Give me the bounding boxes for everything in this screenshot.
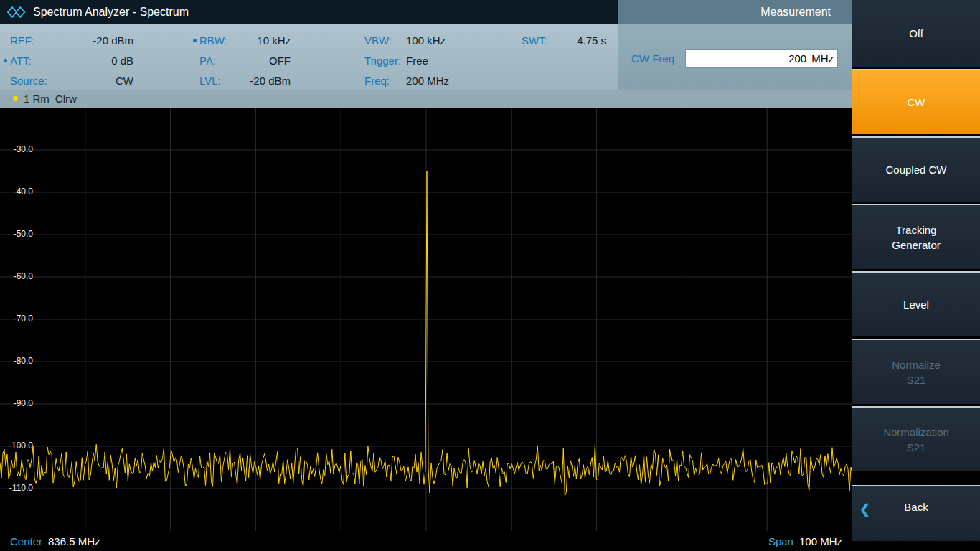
y-axis-tick-label: -40.0: [0, 187, 33, 197]
att-value: 0 dB: [111, 55, 133, 67]
softkey-back[interactable]: ❮ Back: [852, 485, 980, 541]
y-axis-tick-label: -80.0: [0, 356, 33, 366]
trace-canvas: [0, 108, 852, 531]
freq-row: Freq: 200 MHz: [364, 70, 479, 90]
y-axis-tick-label: -70.0: [0, 314, 33, 324]
freq-value: 200 MHz: [406, 75, 449, 87]
softkey-off[interactable]: Off: [852, 0, 980, 67]
ref-label: REF:: [10, 34, 34, 47]
y-axis-tick-label: -90.0: [0, 398, 33, 408]
rohde-schwarz-logo: [7, 6, 26, 19]
back-label: Back: [904, 499, 928, 514]
modified-dot: [4, 59, 7, 62]
rbw-row: RBW: 10 kHz: [199, 30, 291, 50]
center-freq-label: Center: [10, 535, 42, 547]
source-row: Source: CW: [10, 70, 133, 90]
span-frequency: Span100 MHz: [768, 535, 842, 547]
settings-panel: REF: -20 dBm ATT: 0 dB Source: CW RBW: 1…: [0, 24, 618, 90]
cw-freq-input[interactable]: 200 MHz: [685, 49, 838, 68]
modified-dot: [193, 39, 197, 42]
settings-column-amplitude: REF: -20 dBm ATT: 0 dB Source: CW: [10, 30, 133, 90]
softkey-menu-title: Measurement: [618, 0, 852, 24]
trace-number: 1 Rm: [24, 93, 50, 105]
trace-info-bar: 1 Rm Clrw: [0, 90, 852, 108]
source-value: CW: [116, 75, 133, 87]
pa-row: PA: OFF: [199, 50, 291, 70]
softkey-level[interactable]: Level: [852, 271, 980, 336]
trigger-value: Free: [406, 55, 428, 67]
y-axis-tick-label: -30.0: [0, 144, 33, 154]
cw-freq-panel: CW Freq 200 MHz: [618, 24, 852, 90]
pa-label: PA:: [199, 55, 216, 67]
trace-mode: Clrw: [55, 93, 77, 105]
center-frequency: Center836.5 MHz: [10, 535, 100, 547]
trace1-color-dot: [13, 96, 18, 101]
trigger-label: Trigger:: [364, 55, 406, 67]
lvl-row: LVL: -20 dBm: [199, 70, 291, 90]
freq-label: Freq:: [364, 75, 406, 87]
center-freq-value: 836.5 MHz: [48, 535, 100, 547]
softkey-normalize-s21[interactable]: Normalize S21: [852, 339, 980, 404]
y-axis-tick-label: -110.0: [0, 483, 33, 493]
swt-value: 4.75 s: [577, 34, 606, 47]
vbw-label: VBW:: [364, 34, 406, 47]
spectrum-plot[interactable]: -30.0-40.0-50.0-60.0-70.0-80.0-90.0-100.…: [0, 108, 852, 531]
swt-row: SWT: 4.75 s: [522, 30, 606, 50]
frequency-footer: Center836.5 MHz Span100 MHz: [0, 531, 852, 551]
swt-label: SWT:: [522, 34, 547, 47]
lvl-value: -20 dBm: [250, 75, 291, 87]
softkey-coupled-cw[interactable]: Coupled CW: [852, 136, 980, 202]
cw-freq-label: CW Freq: [631, 52, 674, 65]
y-axis-labels: -30.0-40.0-50.0-60.0-70.0-80.0-90.0-100.…: [0, 108, 34, 531]
ref-value: -20 dBm: [93, 34, 133, 47]
softkey-column: Off CW Coupled CW Tracking Generator Lev…: [852, 0, 980, 551]
lvl-label: LVL:: [199, 75, 221, 87]
softkey-cw[interactable]: CW: [852, 69, 980, 134]
vbw-value: 100 kHz: [406, 34, 446, 47]
y-axis-tick-label: -60.0: [0, 271, 33, 281]
app-title: Spectrum Analyzer - Spectrum: [33, 6, 189, 19]
chevron-left-icon: ❮: [859, 502, 870, 517]
span-value: 100 MHz: [799, 535, 842, 547]
pa-value: OFF: [269, 55, 291, 67]
cw-freq-value: 200: [788, 52, 806, 65]
y-axis-tick-label: -50.0: [0, 229, 33, 239]
softkey-normalization-s21[interactable]: Normalization S21: [852, 406, 980, 471]
settings-column-trigger: VBW: 100 kHz Trigger: Free Freq: 200 MHz: [364, 30, 479, 90]
rbw-label: RBW:: [199, 34, 227, 47]
source-label: Source:: [10, 75, 47, 87]
softkey-tracking-generator[interactable]: Tracking Generator: [852, 204, 980, 269]
y-axis-tick-label: -100.0: [0, 441, 33, 451]
settings-column-sweep: SWT: 4.75 s: [522, 30, 606, 50]
att-label: ATT:: [10, 55, 32, 67]
ref-row: REF: -20 dBm: [10, 30, 133, 50]
trigger-row: Trigger: Free: [364, 50, 479, 70]
settings-column-bandwidth: RBW: 10 kHz PA: OFF LVL: -20 dBm: [199, 30, 291, 90]
att-row: ATT: 0 dB: [10, 50, 133, 70]
span-label: Span: [768, 535, 793, 547]
title-bar: Spectrum Analyzer - Spectrum: [0, 0, 618, 24]
rbw-value: 10 kHz: [257, 34, 291, 47]
cw-freq-unit: MHz: [811, 52, 834, 65]
spectrum-analyzer-screen: Spectrum Analyzer - Spectrum Measurement…: [0, 0, 980, 551]
vbw-row: VBW: 100 kHz: [364, 30, 479, 50]
